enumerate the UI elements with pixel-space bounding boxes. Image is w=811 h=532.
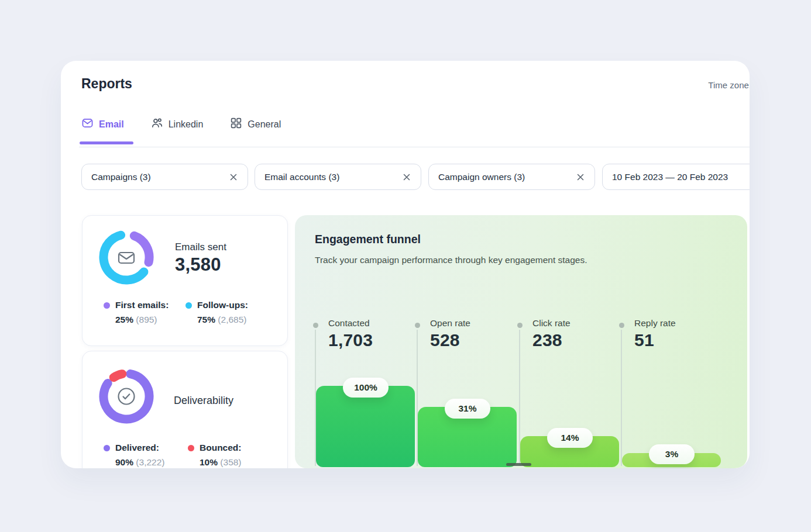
date-range-chip[interactable]: 10 Feb 2023 — 20 Feb 2023 (602, 164, 750, 190)
tab-bar: Email Linkedin General (81, 117, 281, 143)
legend-item-first-emails: First emails: 25% (895) (104, 300, 169, 325)
check-circle-icon (119, 389, 135, 405)
grid-icon (230, 117, 242, 132)
emails-sent-card: Emails sent 3,580 First emails: 25% (895… (82, 215, 288, 346)
stage-dot (619, 323, 624, 328)
legend-dot (185, 302, 192, 309)
stage-value: 528 (430, 330, 470, 350)
tab-label: Email (99, 119, 124, 130)
clear-filter-icon[interactable] (576, 172, 585, 182)
envelope-icon (119, 253, 134, 263)
stage-label: Reply rate (634, 318, 676, 329)
deliverability-title: Deliverability (174, 395, 233, 407)
emails-sent-value: 3,580 (175, 254, 221, 275)
emails-sent-title: Emails sent (175, 241, 226, 253)
stage-dot (517, 323, 523, 328)
stage-line (621, 330, 622, 466)
stage-dot (313, 323, 318, 328)
clear-filter-icon[interactable] (402, 172, 411, 182)
legend-item-bounced: Bounced: 10% (358) (188, 443, 242, 468)
page-title: Reports (81, 76, 132, 92)
filter-chip-campaign-owners[interactable]: Campaign owners (3) (428, 164, 595, 190)
stage-open-rate: Open rate 528 (430, 318, 470, 350)
funnel-title: Engagement funnel (315, 233, 421, 246)
legend-value: 75% (2,685) (197, 315, 248, 325)
stage-label: Open rate (430, 318, 470, 329)
people-icon (151, 117, 163, 132)
legend-item-delivered: Delivered: 90% (3,222) (104, 443, 164, 468)
clear-filter-icon[interactable] (229, 172, 238, 182)
mail-icon (81, 117, 94, 132)
percent-badge: 31% (445, 399, 490, 419)
stage-click-rate: Click rate 238 (532, 318, 571, 350)
legend-dot (188, 445, 194, 451)
filter-chip-email-accounts[interactable]: Email accounts (3) (255, 164, 421, 190)
deliverability-card: Deliverability Delivered: 90% (3,222) Bo… (82, 351, 288, 468)
stage-contacted: Contacted 1,703 (328, 318, 373, 350)
legend-value: 90% (3,222) (115, 457, 164, 468)
stage-label: Click rate (532, 318, 571, 329)
percent-badge: 3% (649, 444, 695, 464)
stage-dot (415, 323, 420, 328)
horizontal-scrollbar-thumb[interactable] (506, 463, 531, 466)
legend-value: 25% (895) (115, 315, 169, 325)
percent-badge: 100% (343, 378, 389, 398)
legend-label: Follow-ups: (197, 300, 248, 310)
stage-value: 51 (634, 330, 676, 350)
reports-panel: Reports Time zone: Email Linkedin (61, 61, 750, 468)
legend-label: Bounced: (200, 443, 242, 453)
date-range-label: 10 Feb 2023 — 20 Feb 2023 (612, 172, 728, 182)
engagement-funnel-panel: Engagement funnel Track your campaign pe… (295, 215, 747, 468)
stage-reply-rate: Reply rate 51 (634, 318, 676, 350)
filter-chip-campaigns[interactable]: Campaigns (3) (81, 164, 248, 190)
emails-sent-donut (98, 229, 155, 286)
deliverability-donut (98, 368, 155, 425)
tab-linkedin[interactable]: Linkedin (151, 117, 204, 143)
legend-label: Delivered: (115, 443, 164, 453)
legend-dot (104, 445, 110, 451)
tab-label: General (248, 119, 281, 130)
legend-item-follow-ups: Follow-ups: 75% (2,685) (185, 300, 248, 325)
filter-label: Email accounts (3) (264, 172, 339, 182)
tab-general[interactable]: General (230, 117, 281, 143)
filter-label: Campaigns (3) (91, 172, 151, 182)
funnel-bar-contacted (316, 386, 415, 467)
tab-email[interactable]: Email (81, 117, 124, 143)
legend-value: 10% (358) (200, 457, 242, 468)
filter-label: Campaign owners (3) (438, 172, 525, 182)
legend-label: First emails: (115, 300, 169, 310)
tab-label: Linkedin (169, 119, 204, 130)
stage-label: Contacted (328, 318, 373, 329)
stage-value: 1,703 (328, 330, 373, 350)
percent-badge: 14% (547, 428, 593, 448)
stage-value: 238 (532, 330, 571, 350)
legend-dot (104, 302, 110, 309)
funnel-subtitle: Track your campaign performance through … (315, 255, 587, 265)
timezone-label: Time zone: (708, 80, 750, 90)
tabs-divider (79, 147, 750, 147)
